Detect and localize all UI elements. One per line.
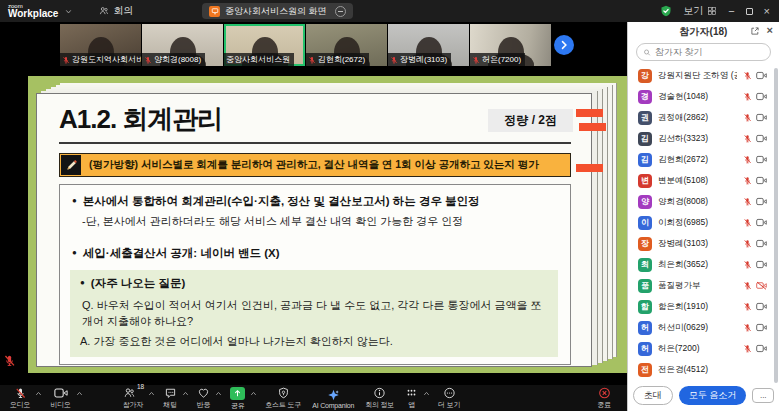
- ai-companion-button[interactable]: AI Companion: [308, 387, 358, 410]
- end-meeting-button[interactable]: 종료: [593, 385, 615, 411]
- participant-row[interactable]: 최 최은희(3652): [628, 254, 779, 275]
- bullet1-subtext: -단, 본사에서 관리하더라도 해당 서비스 세부 결산 내역 확인 가능한 경…: [82, 214, 558, 229]
- participants-options-chevron[interactable]: [147, 389, 156, 398]
- camera-icon: [756, 176, 767, 185]
- ai-companion-label: AI Companion: [312, 402, 354, 409]
- page-tab-marker: [576, 109, 603, 117]
- search-input[interactable]: [655, 47, 764, 57]
- host-tools-group: 호스트 도구: [261, 385, 305, 411]
- apps-options-chevron[interactable]: [422, 389, 431, 398]
- invite-button[interactable]: 초대: [633, 386, 673, 405]
- participant-name: 허선미(0629): [658, 322, 737, 334]
- video-thumbnail[interactable]: 김현희(2672): [306, 24, 387, 66]
- camera-icon: [756, 260, 767, 269]
- slide-content-box: ● 본사에서 통합하여 회계관리(수입·지출, 정산 및 결산보고서) 하는 경…: [59, 184, 571, 365]
- reactions-button[interactable]: 반응: [193, 385, 215, 411]
- search-icon: [643, 48, 651, 57]
- self-muted-indicator-icon: [3, 354, 16, 367]
- participant-row[interactable]: 장 장병례(3103): [628, 233, 779, 254]
- view-button[interactable]: 보기: [683, 4, 717, 18]
- audio-options-chevron[interactable]: [34, 389, 43, 398]
- participant-name: 품질평가부: [658, 280, 737, 292]
- bullet: ●: [72, 248, 77, 262]
- share-options-chevron[interactable]: [249, 389, 258, 398]
- participant-row[interactable]: 품 품질평가부: [628, 275, 779, 296]
- view-label: 보기: [683, 4, 703, 18]
- meeting-toolbar: 오디오 비디오 18 참가자: [0, 385, 627, 411]
- video-thumbnail[interactable]: 양희경(8008): [142, 24, 223, 66]
- screen-share-indicator[interactable]: 중앙사회서비스원의 화면: [202, 3, 353, 19]
- participant-row[interactable]: 김 김선하(3323): [628, 128, 779, 149]
- participant-row[interactable]: 변 변분예(5108): [628, 170, 779, 191]
- close-button[interactable]: ×: [764, 6, 770, 17]
- meeting-tab-label: 회의: [113, 4, 133, 18]
- video-button[interactable]: 비디오: [46, 385, 74, 411]
- camera-icon: [756, 71, 767, 80]
- video-thumbnail[interactable]: 허은(7200): [470, 24, 551, 66]
- minimize-button[interactable]: −: [728, 6, 734, 17]
- participant-row[interactable]: 강 강원지원단 조하영 (공동 호스트): [628, 65, 779, 86]
- participant-row[interactable]: 전 전은경(4512): [628, 359, 779, 380]
- participant-row[interactable]: 함 함은희(1910): [628, 296, 779, 317]
- participants-list[interactable]: 강 강원지원단 조하영 (공동 호스트) 경 경술현(1048) 권 권정애(2…: [628, 64, 779, 383]
- participants-panel-footer: 초대 모두 음소거 ...: [628, 383, 779, 411]
- host-tools-button[interactable]: 호스트 도구: [261, 385, 305, 411]
- share-screen-icon: [230, 387, 245, 400]
- maximize-button[interactable]: [746, 8, 753, 15]
- heart-icon: [197, 387, 210, 399]
- reactions-options-chevron[interactable]: [214, 389, 223, 398]
- video-label: 비디오: [50, 400, 70, 410]
- meeting-info-button[interactable]: 회의 정보: [361, 385, 398, 411]
- audio-button[interactable]: 오디오: [6, 385, 34, 411]
- participant-row[interactable]: 허 허은(7200): [628, 338, 779, 359]
- mic-muted-icon: [472, 56, 480, 64]
- video-options-chevron[interactable]: [75, 389, 84, 398]
- bullet: ●: [80, 278, 85, 292]
- avatar: 장: [638, 237, 652, 251]
- scrollbar[interactable]: [774, 68, 778, 383]
- participant-row[interactable]: 김 김현희(2672): [628, 149, 779, 170]
- avatar: 허: [638, 342, 652, 356]
- stop-share-icon[interactable]: [335, 6, 346, 17]
- sparkle-icon: [327, 389, 340, 401]
- popout-icon[interactable]: [750, 26, 760, 36]
- chevron-down-icon[interactable]: [64, 7, 73, 16]
- participant-row[interactable]: 이 이희정(6985): [628, 212, 779, 233]
- video-thumbnail-active-speaker[interactable]: 중앙사회서비스원: [224, 24, 305, 66]
- participant-row[interactable]: 허 허선미(0629): [628, 317, 779, 338]
- panel-more-button[interactable]: ...: [752, 388, 774, 403]
- participant-name: 장병례(3103): [658, 238, 737, 250]
- participant-row[interactable]: 양 양희경(8008): [628, 191, 779, 212]
- tab-meeting[interactable]: 회의: [99, 4, 133, 18]
- close-panel-icon[interactable]: ×: [767, 25, 773, 36]
- avatar: 김: [638, 153, 652, 167]
- next-videos-button[interactable]: [554, 35, 574, 55]
- more-button[interactable]: 더 보기: [434, 385, 464, 411]
- mic-muted-icon: [743, 176, 752, 185]
- participant-search-box[interactable]: [636, 43, 771, 61]
- chat-button[interactable]: 채팅: [159, 385, 181, 411]
- video-thumbnail[interactable]: 강원도지역사회서비..: [60, 24, 141, 66]
- bullet-line: ● 세입·세출결산서 공개: 네이버 밴드 (X): [70, 246, 558, 262]
- zoom-workplace-logo: zoom Workplace: [8, 3, 58, 19]
- apps-button[interactable]: 앱: [401, 385, 422, 411]
- video-thumbnail[interactable]: 장병례(3103): [388, 24, 469, 66]
- thumbnail-name: 허은(7200): [482, 54, 521, 65]
- participant-row[interactable]: 경 경술현(1048): [628, 86, 779, 107]
- titlebar-right-controls: 보기 − ×: [660, 4, 770, 18]
- participant-row[interactable]: 권 권정애(2862): [628, 107, 779, 128]
- share-button[interactable]: 공유: [226, 385, 249, 411]
- bullet1-text: 본사에서 통합하여 회계관리(수입·지출, 정산 및 결산보고서) 하는 경우 …: [83, 194, 480, 210]
- camera-icon: [756, 302, 767, 311]
- security-shield-icon[interactable]: [660, 5, 672, 17]
- camera-icon: [756, 323, 767, 332]
- info-icon: [373, 387, 386, 399]
- slide-background: A1.2. 회계관리 정량 / 2점 (평가방향) 서비스별로 회계를 분리하여…: [28, 76, 627, 373]
- mic-muted-icon: [743, 302, 752, 311]
- chat-options-chevron[interactable]: [181, 389, 190, 398]
- camera-icon: [756, 344, 767, 353]
- meeting-info-label: 회의 정보: [365, 400, 394, 410]
- participant-name: 이희정(6985): [658, 217, 737, 229]
- mute-all-button[interactable]: 모두 음소거: [679, 386, 747, 405]
- participants-button[interactable]: 18 참가자: [119, 385, 147, 411]
